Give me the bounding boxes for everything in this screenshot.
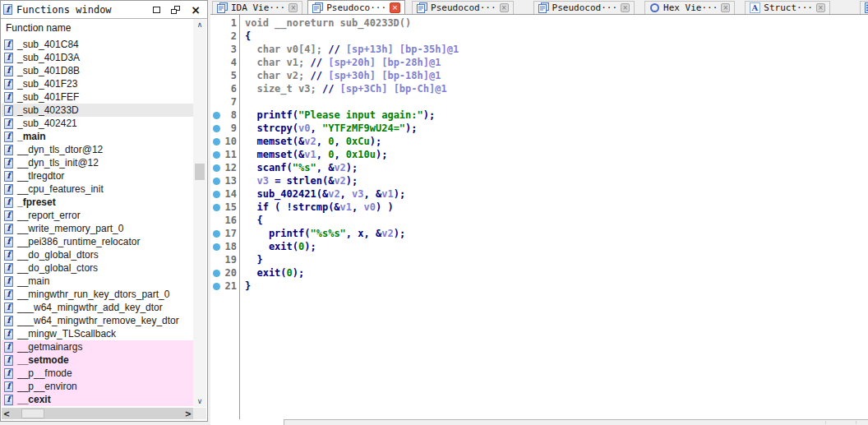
function-list-item[interactable]: f___w64_mingwthr_remove_key_dtor — [2, 314, 195, 327]
code-line[interactable]: 17 printf("%s%s", x, &v2); — [210, 227, 868, 240]
code-text[interactable]: char v1; // [sp+20h] [bp-28h]@1 — [239, 57, 441, 68]
line-bullet-icon[interactable] — [210, 243, 222, 251]
close-icon[interactable]: × — [191, 4, 201, 16]
code-line[interactable]: 13 v3 = strlen(&v2); — [210, 174, 868, 187]
line-bullet-icon[interactable] — [210, 204, 222, 211]
function-list-item[interactable]: f__main — [2, 275, 195, 288]
function-list-horizontal-scrollbar[interactable]: < > — [2, 408, 193, 419]
function-list-item[interactable]: f_sub_402421 — [2, 117, 195, 130]
function-list-item[interactable]: f__dyn_tls_dtor@12 — [2, 143, 195, 156]
function-list-item[interactable]: f__mingwthr_run_key_dtors_part_0 — [2, 288, 195, 301]
code-line[interactable]: 15 if ( !strcmp(&v1, v0) ) — [210, 201, 868, 214]
tab-close-icon[interactable]: × — [816, 3, 825, 12]
code-line[interactable]: 16 { — [210, 214, 868, 227]
code-text[interactable]: printf("%s%s", x, &v2); — [239, 228, 405, 239]
scroll-left-icon[interactable]: < — [2, 408, 12, 419]
code-text[interactable]: } — [239, 254, 263, 266]
code-text[interactable]: printf("Please input again:"); — [239, 109, 435, 121]
function-list-item[interactable]: f__report_error — [2, 209, 195, 222]
code-line[interactable]: 19 } — [210, 253, 868, 266]
function-list-vertical-scrollbar[interactable]: ∧ ∨ — [193, 19, 206, 407]
code-text[interactable]: memset(&v2, 0, 0xCu); — [239, 136, 381, 147]
function-list-item[interactable]: f_sub_401C84 — [2, 38, 195, 51]
function-list-item[interactable]: f__getmainargs — [2, 340, 195, 353]
function-list-item[interactable]: f__dyn_tls_init@12 — [2, 156, 195, 169]
code-text[interactable]: char v0[4]; // [sp+13h] [bp-35h]@1 — [239, 44, 459, 55]
tab-pseudoco[interactable]: Pseudoco···× — [307, 0, 405, 15]
code-line[interactable]: 7 — [210, 95, 868, 109]
line-bullet-icon[interactable] — [210, 151, 222, 159]
code-line[interactable]: 2{ — [210, 30, 868, 43]
function-name-column-header[interactable]: Function name — [2, 19, 195, 37]
line-bullet-icon[interactable] — [210, 270, 222, 277]
code-text[interactable]: v3 = strlen(&v2); — [239, 175, 358, 187]
code-line[interactable]: 8 printf("Please input again:"); — [210, 109, 868, 122]
function-list-item[interactable]: f__write_memory_part_0 — [2, 222, 195, 235]
code-text[interactable]: void __noreturn sub_40233D() — [239, 17, 411, 29]
line-bullet-icon[interactable] — [210, 164, 222, 172]
tab-struct[interactable]: AStruct···× — [745, 1, 830, 14]
tab-ida-vie[interactable]: IDA Vie···× — [212, 1, 302, 14]
function-list-item[interactable]: f__cexit — [2, 393, 195, 406]
horizontal-scrollbar-thumb[interactable] — [21, 409, 44, 418]
function-list-item[interactable]: f_main — [2, 130, 195, 143]
code-text[interactable]: char v2; // [sp+30h] [bp-18h]@1 — [239, 70, 441, 81]
function-list-item[interactable]: f__tlregdtor — [2, 169, 195, 182]
code-line[interactable]: 1void __noreturn sub_40233D() — [210, 16, 868, 30]
tab-enum[interactable]: Enum× — [860, 1, 868, 14]
code-line[interactable]: 20 exit(0); — [210, 266, 868, 279]
code-line[interactable]: 4 char v1; // [sp+20h] [bp-28h]@1 — [210, 56, 868, 69]
code-text[interactable]: { — [239, 30, 251, 42]
code-text[interactable]: sub_402421(&v2, v3, &v1); — [239, 188, 405, 200]
code-text[interactable]: exit(0); — [239, 267, 304, 279]
pseudocode-view[interactable]: 1void __noreturn sub_40233D()2{3 char v0… — [210, 15, 868, 425]
code-text[interactable]: if ( !strcmp(&v1, v0) ) — [239, 201, 394, 213]
code-line[interactable]: 12 scanf("%s", &v2); — [210, 161, 868, 174]
line-bullet-icon[interactable] — [210, 178, 222, 185]
function-list-item[interactable]: f__setmode — [2, 353, 195, 367]
function-list-item[interactable]: f__p__environ — [2, 380, 195, 393]
scroll-right-icon[interactable]: > — [183, 408, 193, 419]
functions-window-titlebar[interactable]: f Functions window × — [1, 1, 207, 19]
function-list-item[interactable]: f_sub_401D3A — [2, 51, 195, 64]
line-bullet-icon[interactable] — [210, 191, 222, 198]
restore-icon[interactable] — [171, 6, 180, 14]
tab-close-icon[interactable]: × — [621, 3, 630, 12]
code-line[interactable]: 10 memset(&v2, 0, 0xCu); — [210, 135, 868, 148]
function-list-item[interactable]: f__do_global_dtors — [2, 248, 195, 261]
code-text[interactable]: strcpy(v0, "YTFzMF9wU24="); — [239, 122, 418, 134]
tab-close-icon[interactable]: × — [500, 3, 509, 12]
maximize-icon[interactable] — [153, 7, 160, 13]
line-bullet-icon[interactable] — [210, 138, 222, 146]
vertical-scrollbar-thumb[interactable] — [195, 164, 205, 180]
code-line[interactable]: 6 size_t v3; // [sp+3Ch] [bp-Ch]@1 — [210, 82, 868, 95]
function-list-item[interactable]: f__mingw_TLScallback — [2, 327, 195, 340]
code-text[interactable]: { — [239, 215, 263, 226]
line-bullet-icon[interactable] — [210, 283, 222, 290]
code-line[interactable]: 11 memset(&v1, 0, 0x10u); — [210, 148, 868, 161]
tab-hex-vie[interactable]: Hex Vie···× — [644, 1, 735, 14]
tab-close-icon[interactable]: × — [390, 2, 400, 13]
tab-pseudocod[interactable]: Pseudocod···× — [533, 1, 635, 14]
scroll-down-icon[interactable]: ∨ — [193, 395, 206, 407]
code-line[interactable]: 5 char v2; // [sp+30h] [bp-18h]@1 — [210, 69, 868, 82]
code-text[interactable]: memset(&v1, 0, 0x10u); — [239, 149, 387, 160]
function-list-item[interactable]: f_sub_40233D — [2, 104, 195, 117]
function-list-item[interactable]: f_sub_401D8B — [2, 64, 195, 77]
tab-close-icon[interactable]: × — [721, 3, 730, 12]
tab-pseudocod[interactable]: Pseudocod···× — [412, 1, 513, 14]
code-text[interactable]: } — [239, 280, 251, 292]
code-text[interactable]: scanf("%s", &v2); — [239, 162, 358, 173]
function-list-item[interactable]: f__cpu_features_init — [2, 182, 195, 196]
function-list-item[interactable]: f_sub_401FEF — [2, 90, 195, 104]
function-list-item[interactable]: f__pei386_runtime_relocator — [2, 235, 195, 248]
function-list-item[interactable]: f_sub_401F23 — [2, 77, 195, 90]
tab-close-icon[interactable]: × — [289, 3, 298, 12]
scroll-up-icon[interactable]: ∧ — [193, 19, 206, 30]
code-line[interactable]: 3 char v0[4]; // [sp+13h] [bp-35h]@1 — [210, 43, 868, 56]
line-bullet-icon[interactable] — [210, 112, 222, 119]
code-line[interactable]: 14 sub_402421(&v2, v3, &v1); — [210, 187, 868, 201]
code-line[interactable]: 21} — [210, 279, 868, 293]
line-bullet-icon[interactable] — [210, 230, 222, 238]
code-line[interactable]: 9 strcpy(v0, "YTFzMF9wU24="); — [210, 122, 868, 135]
